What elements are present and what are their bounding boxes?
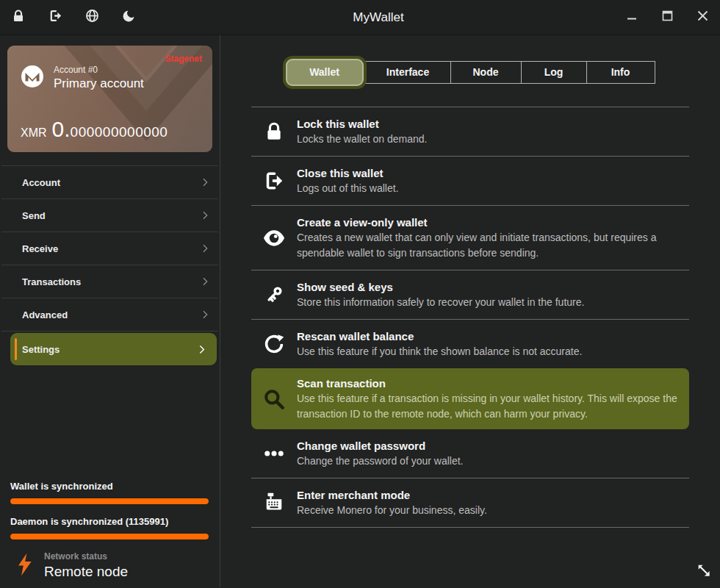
search-icon xyxy=(251,387,297,411)
resize-cursor-icon xyxy=(696,562,712,581)
minimize-button[interactable] xyxy=(614,0,649,35)
close-wallet-button[interactable] xyxy=(37,0,73,35)
sidebar-item-settings[interactable]: Settings xyxy=(10,333,217,365)
minimize-icon xyxy=(627,11,637,24)
language-button[interactable] xyxy=(73,0,110,35)
chevron-right-icon xyxy=(199,243,211,254)
settings-row-rescan-balance[interactable]: Rescan wallet balance Use this feature i… xyxy=(251,320,689,368)
eye-icon xyxy=(251,229,297,248)
tab-interface[interactable]: Interface xyxy=(365,61,451,84)
network-status[interactable]: Network status Remote node xyxy=(10,551,209,580)
sidebar-item-send[interactable]: Send xyxy=(0,199,220,232)
balance-whole: 0. xyxy=(52,117,71,142)
menu-divider xyxy=(1,331,218,331)
wallet-sync-progressbar xyxy=(10,498,209,504)
wallet-window: MyWallet Stagenet xyxy=(0,0,720,588)
sidebar-menu: Account Send Receive Transactions xyxy=(0,165,220,365)
close-button[interactable] xyxy=(685,0,720,35)
sign-out-icon xyxy=(48,8,63,26)
rescan-icon xyxy=(251,333,297,355)
ellipsis-icon xyxy=(251,442,297,465)
titlebar: MyWallet xyxy=(0,0,720,35)
settings-row-lock-wallet[interactable]: Lock this wallet Locks the wallet on dem… xyxy=(251,107,689,156)
sidebar: Stagenet Account #0 Primary account XMR … xyxy=(0,35,220,587)
toolbar xyxy=(0,0,147,35)
account-index: Account #0 xyxy=(54,65,144,75)
maximize-icon xyxy=(662,10,673,24)
cash-register-icon xyxy=(251,492,297,514)
network-badge: Stagenet xyxy=(165,54,202,64)
wallet-sync-label: Wallet is synchronized xyxy=(10,481,209,492)
sidebar-item-transactions[interactable]: Transactions xyxy=(0,265,220,298)
dark-mode-button[interactable] xyxy=(110,0,147,35)
settings-page: Wallet Interface Node Log Info Lock this… xyxy=(220,35,720,587)
chevron-right-icon xyxy=(199,276,211,287)
network-status-value: Remote node xyxy=(44,564,128,580)
account-name: Primary account xyxy=(54,76,144,91)
chevron-right-icon xyxy=(199,176,211,188)
sidebar-item-receive[interactable]: Receive xyxy=(0,232,220,265)
lock-icon xyxy=(251,121,297,143)
settings-row-list: Lock this wallet Locks the wallet on dem… xyxy=(251,107,689,528)
chevron-right-icon xyxy=(199,209,211,221)
row-divider xyxy=(251,527,689,528)
sidebar-item-account[interactable]: Account xyxy=(0,166,220,198)
tab-node[interactable]: Node xyxy=(450,61,522,84)
settings-tabs: Wallet Interface Node Log Info xyxy=(220,55,720,89)
tab-info[interactable]: Info xyxy=(586,61,655,84)
maximize-button[interactable] xyxy=(649,0,685,35)
lock-icon xyxy=(11,9,26,26)
settings-row-scan-transaction[interactable]: Scan transaction Use this feature if a t… xyxy=(251,368,689,429)
settings-row-close-wallet[interactable]: Close this wallet Logs out of this walle… xyxy=(251,157,689,205)
window-controls xyxy=(614,0,720,35)
settings-row-merchant-mode[interactable]: Enter merchant mode Receive Monero for y… xyxy=(251,478,689,527)
key-icon xyxy=(251,284,297,306)
balance: XMR 0. 000000000000 xyxy=(21,117,168,142)
daemon-sync-progressbar xyxy=(10,534,209,539)
settings-row-show-seed-keys[interactable]: Show seed & keys Store this information … xyxy=(251,270,689,319)
globe-icon xyxy=(84,8,100,26)
settings-row-change-password[interactable]: Change wallet password Change the passwo… xyxy=(251,429,689,478)
lock-wallet-button[interactable] xyxy=(0,0,37,35)
dark-mode-moon-icon xyxy=(121,9,136,26)
balance-fraction: 000000000000 xyxy=(71,124,168,140)
network-status-label: Network status xyxy=(44,551,128,562)
tab-wallet[interactable]: Wallet xyxy=(286,59,364,86)
sync-status-panel: Wallet is synchronized Daemon is synchro… xyxy=(10,481,209,580)
chevron-right-icon xyxy=(195,343,208,356)
chevron-right-icon xyxy=(199,309,211,320)
tab-log[interactable]: Log xyxy=(521,61,587,84)
daemon-sync-label: Daemon is synchronized (1135991) xyxy=(10,516,209,527)
balance-currency: XMR xyxy=(21,126,47,140)
account-card[interactable]: Stagenet Account #0 Primary account XMR … xyxy=(7,46,212,152)
monero-logo-icon xyxy=(21,65,44,91)
lightning-icon xyxy=(16,552,33,580)
sidebar-item-advanced[interactable]: Advanced xyxy=(0,298,220,331)
sign-out-icon xyxy=(251,170,297,192)
settings-row-view-only-wallet[interactable]: Create a view-only wallet Creates a new … xyxy=(251,206,689,270)
close-icon xyxy=(696,10,709,25)
